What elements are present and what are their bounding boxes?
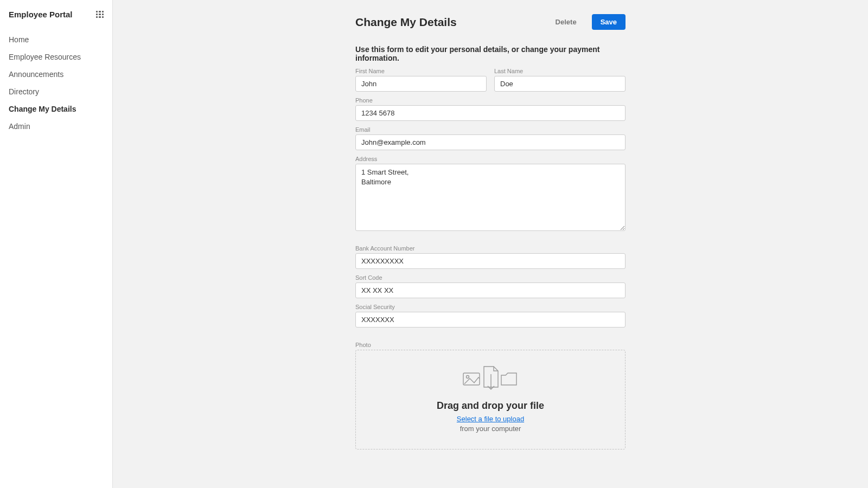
photo-label: Photo [355, 342, 626, 348]
nav-item-directory[interactable]: Directory [9, 83, 104, 100]
bank-account-input[interactable] [355, 253, 626, 269]
social-security-label: Social Security [355, 304, 626, 310]
first-name-label: First Name [355, 68, 487, 74]
sidebar-nav: Home Employee Resources Announcements Di… [9, 31, 104, 135]
social-security-input[interactable] [355, 312, 626, 328]
svg-point-1 [467, 376, 469, 378]
last-name-input[interactable] [494, 76, 626, 92]
nav-item-home[interactable]: Home [9, 31, 104, 48]
sidebar-title: Employee Portal [9, 10, 73, 19]
sidebar-header: Employee Portal [9, 10, 104, 19]
phone-label: Phone [355, 97, 626, 104]
upload-illustration-icon [462, 363, 519, 391]
address-label: Address [355, 156, 626, 162]
delete-button[interactable]: Delete [547, 14, 585, 30]
email-input[interactable] [355, 134, 626, 150]
save-button[interactable]: Save [592, 14, 626, 30]
sidebar: Employee Portal Home Employee Resources … [0, 0, 113, 488]
nav-item-employee-resources[interactable]: Employee Resources [9, 48, 104, 66]
sort-code-label: Sort Code [355, 274, 626, 281]
form-description: Use this form to edit your personal deta… [355, 45, 626, 62]
nav-item-announcements[interactable]: Announcements [9, 66, 104, 83]
page-header: Change My Details Delete Save [355, 14, 626, 30]
first-name-input[interactable] [355, 76, 487, 92]
address-input[interactable] [355, 164, 626, 231]
dropzone-icons [367, 363, 614, 391]
email-label: Email [355, 126, 626, 133]
apps-grid-icon[interactable] [96, 11, 104, 18]
nav-item-admin[interactable]: Admin [9, 118, 104, 135]
photo-dropzone[interactable]: Drag and drop your file Select a file to… [355, 350, 626, 450]
main-content: Change My Details Delete Save Use this f… [113, 0, 868, 488]
dropzone-subtext: from your computer [367, 425, 614, 433]
last-name-label: Last Name [494, 68, 626, 74]
dropzone-title: Drag and drop your file [367, 400, 614, 412]
bank-account-label: Bank Account Number [355, 245, 626, 252]
page-title: Change My Details [355, 16, 457, 29]
sort-code-input[interactable] [355, 282, 626, 298]
header-actions: Delete Save [547, 14, 626, 30]
phone-input[interactable] [355, 105, 626, 121]
dropzone-select-link[interactable]: Select a file to upload [457, 415, 524, 423]
nav-item-change-my-details[interactable]: Change My Details [9, 100, 104, 118]
